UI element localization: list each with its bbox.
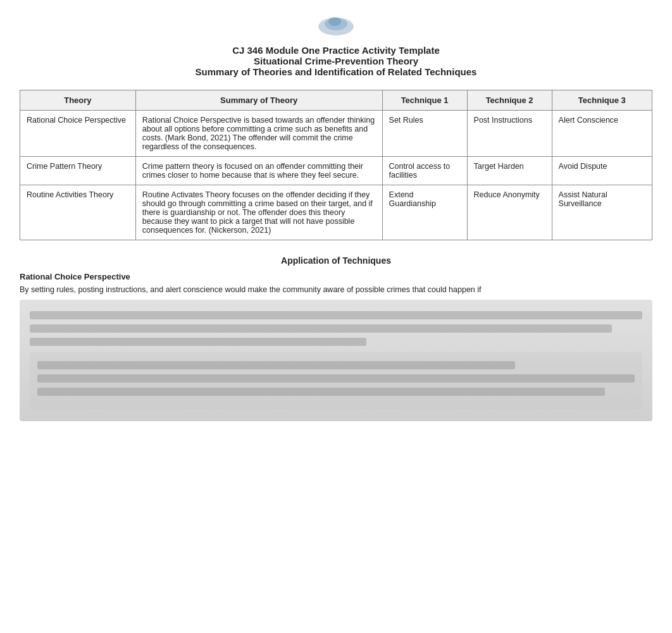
row3-t3: Assist Natural Surveillance — [552, 185, 652, 240]
row3-t2: Reduce Anonymity — [467, 185, 552, 240]
row2-summary: Crime pattern theory is focused on an of… — [135, 157, 382, 185]
col-header-summary: Summary of Theory — [135, 90, 382, 111]
blurred-inner-block — [30, 352, 642, 410]
blurred-line — [30, 338, 366, 346]
blurred-line — [30, 324, 612, 333]
blurred-line — [37, 388, 605, 396]
application-section: Application of Techniques Rational Choic… — [20, 255, 652, 421]
row3-t1: Extend Guardianship — [382, 185, 467, 240]
logo-icon — [317, 13, 355, 38]
theories-table: Theory Summary of Theory Technique 1 Tec… — [20, 90, 652, 240]
col-header-t1: Technique 1 — [382, 90, 467, 111]
page-container: CJ 346 Module One Practice Activity Temp… — [20, 13, 652, 421]
row3-theory: Routine Activities Theory — [20, 185, 136, 240]
blurred-line — [37, 374, 635, 383]
blurred-content-block — [20, 300, 652, 421]
row1-t3: Alert Conscience — [552, 111, 652, 157]
svg-point-2 — [328, 17, 341, 26]
rcp-section-title: Rational Choice Perspective — [20, 272, 652, 281]
header-section: CJ 346 Module One Practice Activity Temp… — [20, 13, 652, 77]
row2-t2: Target Harden — [467, 157, 552, 185]
application-title: Application of Techniques — [20, 255, 652, 266]
row1-t2: Post Instructions — [467, 111, 552, 157]
row1-summary: Rational Choice Perspective is based tow… — [135, 111, 382, 157]
row3-summary: Routine Activates Theory focuses on the … — [135, 185, 382, 240]
row2-t3: Avoid Dispute — [552, 157, 652, 185]
row2-theory: Crime Pattern Theory — [20, 157, 136, 185]
row1-theory: Rational Choice Perspective — [20, 111, 136, 157]
row1-t1: Set Rules — [382, 111, 467, 157]
blurred-line — [30, 311, 642, 319]
rcp-text: By setting rules, posting instructions, … — [20, 284, 652, 296]
col-header-t3: Technique 3 — [552, 90, 652, 111]
table-row: Crime Pattern Theory Crime pattern theor… — [20, 157, 652, 185]
row2-t1: Control access to facilities — [382, 157, 467, 185]
table-row: Routine Activities Theory Routine Activa… — [20, 185, 652, 240]
page-title: CJ 346 Module One Practice Activity Temp… — [20, 45, 652, 56]
logo-area — [20, 13, 652, 40]
table-header-row: Theory Summary of Theory Technique 1 Tec… — [20, 90, 652, 111]
col-header-theory: Theory — [20, 90, 136, 111]
col-header-t2: Technique 2 — [467, 90, 552, 111]
blurred-line — [37, 361, 515, 369]
page-subtitle: Situational Crime-Prevention Theory — [20, 56, 652, 66]
table-row: Rational Choice Perspective Rational Cho… — [20, 111, 652, 157]
page-sub2: Summary of Theories and Identification o… — [20, 66, 652, 77]
